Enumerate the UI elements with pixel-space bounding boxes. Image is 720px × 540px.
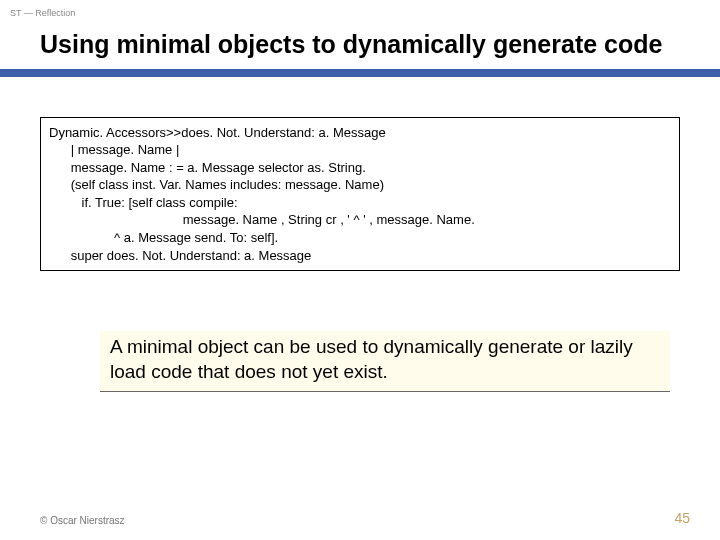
page-title: Using minimal objects to dynamically gen…	[40, 30, 720, 59]
title-region: Using minimal objects to dynamically gen…	[0, 18, 720, 59]
copyright-text: © Oscar Nierstrasz	[40, 515, 125, 526]
code-line: (self class inst. Var. Names includes: m…	[49, 177, 384, 192]
code-block: Dynamic. Accessors>>does. Not. Understan…	[40, 117, 680, 271]
footer: © Oscar Nierstrasz 45	[40, 510, 690, 526]
callout-box: A minimal object can be used to dynamica…	[100, 331, 670, 391]
code-line: super does. Not. Understand: a. Message	[49, 248, 311, 263]
code-line: ^ a. Message send. To: self].	[49, 230, 278, 245]
code-line: if. True: [self class compile:	[49, 195, 238, 210]
callout-wrap: A minimal object can be used to dynamica…	[40, 331, 680, 391]
code-line: | message. Name |	[49, 142, 179, 157]
code-line: Dynamic. Accessors>>does. Not. Understan…	[49, 125, 386, 140]
content-area: Dynamic. Accessors>>does. Not. Understan…	[0, 77, 720, 392]
code-line: message. Name : = a. Message selector as…	[49, 160, 366, 175]
code-line: message. Name , String cr , ' ^ ' , mess…	[49, 212, 475, 227]
separator-bar	[0, 69, 720, 77]
page-number: 45	[674, 510, 690, 526]
header-label: ST — Reflection	[0, 0, 720, 18]
